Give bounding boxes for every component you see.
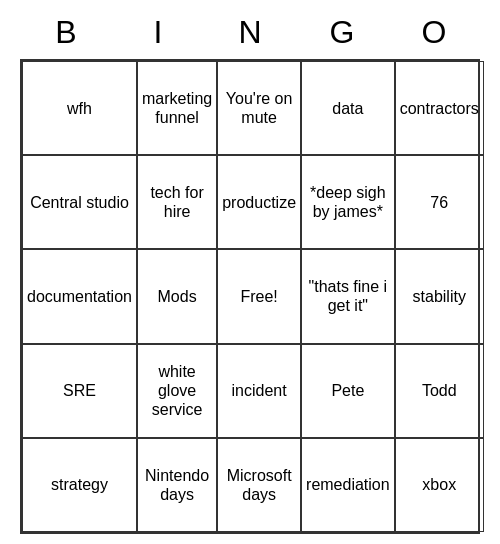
- bingo-cell-15: SRE: [22, 344, 137, 438]
- bingo-cell-4: contractors: [395, 61, 484, 155]
- bingo-cell-12: Free!: [217, 249, 301, 343]
- bingo-cell-14: stability: [395, 249, 484, 343]
- bingo-cell-24: xbox: [395, 438, 484, 532]
- bingo-cell-23: remediation: [301, 438, 395, 532]
- bingo-cell-11: Mods: [137, 249, 217, 343]
- header-letter-b: B: [20, 10, 112, 55]
- bingo-cell-7: productize: [217, 155, 301, 249]
- bingo-cell-0: wfh: [22, 61, 137, 155]
- bingo-cell-9: 76: [395, 155, 484, 249]
- bingo-cell-13: "thats fine i get it": [301, 249, 395, 343]
- cell-text-1: marketing funnel: [142, 89, 212, 127]
- cell-text-3: data: [332, 99, 363, 118]
- header-letter-i: I: [112, 10, 204, 55]
- cell-text-14: stability: [413, 287, 466, 306]
- cell-text-5: Central studio: [30, 193, 129, 212]
- cell-text-16: white glove service: [142, 362, 212, 420]
- bingo-cell-17: incident: [217, 344, 301, 438]
- cell-text-17: incident: [232, 381, 287, 400]
- cell-text-22: Microsoft days: [222, 466, 296, 504]
- cell-text-10: documentation: [27, 287, 132, 306]
- bingo-cell-8: *deep sigh by james*: [301, 155, 395, 249]
- bingo-cell-2: You're on mute: [217, 61, 301, 155]
- cell-text-0: wfh: [67, 99, 92, 118]
- header-letter-n: N: [204, 10, 296, 55]
- bingo-cell-5: Central studio: [22, 155, 137, 249]
- cell-text-4: contractors: [400, 99, 479, 118]
- cell-text-21: Nintendo days: [142, 466, 212, 504]
- bingo-cell-6: tech for hire: [137, 155, 217, 249]
- cell-text-8: *deep sigh by james*: [306, 183, 390, 221]
- bingo-cell-21: Nintendo days: [137, 438, 217, 532]
- cell-text-23: remediation: [306, 475, 390, 494]
- cell-text-18: Pete: [331, 381, 364, 400]
- bingo-cell-1: marketing funnel: [137, 61, 217, 155]
- cell-text-6: tech for hire: [142, 183, 212, 221]
- bingo-cell-16: white glove service: [137, 344, 217, 438]
- cell-text-20: strategy: [51, 475, 108, 494]
- cell-text-13: "thats fine i get it": [306, 277, 390, 315]
- bingo-header: BINGO: [20, 10, 480, 55]
- bingo-cell-10: documentation: [22, 249, 137, 343]
- bingo-cell-3: data: [301, 61, 395, 155]
- cell-text-19: Todd: [422, 381, 457, 400]
- bingo-cell-18: Pete: [301, 344, 395, 438]
- cell-text-2: You're on mute: [222, 89, 296, 127]
- bingo-cell-19: Todd: [395, 344, 484, 438]
- cell-text-7: productize: [222, 193, 296, 212]
- header-letter-o: O: [388, 10, 480, 55]
- bingo-grid: wfhmarketing funnelYou're on mutedatacon…: [20, 59, 480, 534]
- bingo-cell-22: Microsoft days: [217, 438, 301, 532]
- header-letter-g: G: [296, 10, 388, 55]
- cell-text-9: 76: [430, 193, 448, 212]
- cell-text-15: SRE: [63, 381, 96, 400]
- cell-text-24: xbox: [422, 475, 456, 494]
- cell-text-12: Free!: [240, 287, 277, 306]
- cell-text-11: Mods: [158, 287, 197, 306]
- bingo-cell-20: strategy: [22, 438, 137, 532]
